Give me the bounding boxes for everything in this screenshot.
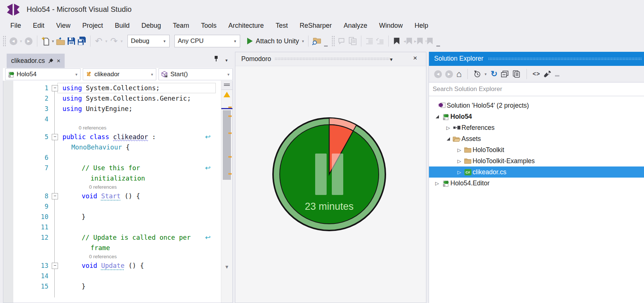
toolbar-overflow[interactable] [324,46,328,47]
window-position-caret-icon[interactable]: ▼ [389,57,393,62]
menu-item-resharper[interactable]: ReSharper [294,22,338,30]
code-line[interactable]: 4 [3,114,221,124]
nav-project-dropdown[interactable]: Holo54 ▾ [5,68,81,80]
menu-item-edit[interactable]: Edit [27,22,50,30]
split-window-handle[interactable] [221,81,232,90]
toolbar-grip[interactable] [3,36,6,47]
tree-item-holo54-editor[interactable]: ▷Holo54.Editor [429,178,644,189]
collapse-region-icon[interactable]: − [52,134,58,140]
menu-item-view[interactable]: View [50,22,76,30]
tree-item-holotoolkit-examples[interactable]: ▷HoloToolkit-Examples [429,155,644,166]
solution-explorer-header[interactable]: Solution Explorer [429,52,644,66]
code-line[interactable]: 15} [3,281,221,292]
comment-button[interactable] [337,35,347,47]
code-line[interactable]: MonoBehaviour { [3,142,221,152]
menu-item-team[interactable]: Team [167,22,195,30]
collapse-region-icon[interactable]: − [52,263,58,269]
pin-tab-icon[interactable] [48,58,54,64]
menu-item-build[interactable]: Build [109,22,136,30]
redo-caret[interactable]: ▾ [120,39,124,44]
view-code-icon[interactable]: <> [532,71,540,77]
tree-item-clikeador-cs[interactable]: ▷C#clikeador.cs [429,166,644,178]
code-line[interactable]: 5−public class clikeador :↩ [3,132,221,142]
toolbar-grip[interactable] [331,36,335,47]
menu-item-window[interactable]: Window [373,22,409,30]
menu-item-analyze[interactable]: Analyze [338,22,373,30]
code-line[interactable]: 11 [3,222,221,232]
pending-changes-filter-button[interactable] [473,70,481,78]
solution-configurations-dropdown[interactable]: Debug▾ [127,35,170,47]
tree-item-holotoolkit[interactable]: ▷HoloToolkit [429,144,644,155]
codelens-row[interactable]: 0 references [3,184,221,191]
menu-item-architecture[interactable]: Architecture [222,22,270,30]
new-file-caret[interactable]: ▾ [51,39,55,44]
menu-item-test[interactable]: Test [270,22,294,30]
close-panel-icon[interactable]: × [413,54,417,62]
solution-platforms-dropdown[interactable]: Any CPU▾ [174,35,240,47]
navigate-back-button[interactable]: ◄ [8,35,18,47]
expander-closed-icon[interactable]: ▷ [433,181,441,186]
menu-item-file[interactable]: File [4,22,27,30]
collapse-region-icon[interactable]: − [52,85,58,91]
refresh-icon[interactable]: ↻ [491,70,497,78]
undo-button[interactable]: ↶ [94,35,103,47]
codelens-row[interactable]: 0 references [3,253,221,260]
navigate-back-caret[interactable]: ▾ [19,39,23,44]
new-file-button[interactable] [41,35,50,47]
undo-caret[interactable]: ▾ [105,39,108,44]
code-line[interactable]: initialization [3,173,221,184]
find-in-files-button[interactable] [312,35,321,47]
home-icon[interactable]: ⌂ [456,70,462,78]
expander-open-icon[interactable] [444,136,452,142]
code-line[interactable]: 2using System.Collections.Generic; [3,93,221,104]
codelens-row[interactable]: 0 references [3,124,221,132]
code-line[interactable]: 8−void Start () { [3,191,221,201]
code-line[interactable]: 6 [3,152,221,163]
warning-icon[interactable] [224,92,230,97]
scrollbar-thumb[interactable] [223,110,231,180]
code-editor[interactable]: 1−using System.Collections;2using System… [3,81,221,303]
collapse-all-button[interactable] [501,70,509,78]
collapse-region-icon[interactable]: − [52,193,58,199]
save-all-button[interactable] [77,35,87,47]
code-line[interactable]: 9 [3,201,221,212]
pomodoro-drag-grip[interactable] [275,57,390,61]
tree-item-solution-holo54-2-projects-[interactable]: Solution 'Holo54' (2 projects) [429,100,644,111]
nav-member-dropdown[interactable]: Start() ▾ [159,68,233,80]
code-line[interactable]: 12// Update is called once per↩ [3,232,221,243]
expander-open-icon[interactable] [433,114,441,119]
forward-button[interactable]: ► [445,70,453,78]
codelens-references[interactable]: 0 references [79,124,106,132]
scrollbar-down-arrow[interactable]: ▼ [221,264,232,270]
tree-item-assets[interactable]: Assets [429,133,644,144]
document-well-dropdown-icon[interactable]: ▾ [225,58,228,63]
menu-item-tools[interactable]: Tools [195,22,222,30]
expander-closed-icon[interactable]: ▷ [456,147,463,153]
clear-bookmarks-button[interactable]: × [424,35,434,47]
copy-code-button[interactable] [348,35,358,47]
code-line[interactable]: 13−void Update () { [3,260,221,271]
back-button[interactable]: ◄ [434,70,442,78]
filter-caret[interactable]: ▾ [484,72,488,77]
pomodoro-header[interactable]: Pomodoro ▼ × [235,52,426,66]
search-input[interactable] [429,85,644,93]
toggle-bookmark-button[interactable] [392,35,402,47]
toolbar-overflow[interactable] [555,75,559,77]
increase-indent-button[interactable] [375,35,385,47]
decrease-indent-button[interactable] [365,35,374,47]
properties-button[interactable] [544,70,552,78]
open-file-button[interactable] [56,35,65,47]
menu-item-project[interactable]: Project [76,22,109,30]
save-button[interactable] [67,35,76,47]
document-tab-clikeador[interactable]: clikeador.cs × [7,54,65,68]
menu-item-debug[interactable]: Debug [136,22,167,30]
show-all-files-button[interactable] [512,70,521,78]
expander-closed-icon[interactable]: ▷ [456,158,463,164]
next-bookmark-button[interactable]: ► [413,35,423,47]
menu-item-help[interactable]: Help [409,22,434,30]
code-line[interactable]: 3using UnityEngine; [3,104,221,114]
editor-scrollbar[interactable]: ▼ [221,81,232,303]
navigate-forward-button[interactable]: ► [24,35,34,47]
attach-to-unity-button[interactable]: Attach to Unity ▾ [243,35,305,47]
pomodoro-timer[interactable]: 23 minutes [270,115,388,233]
